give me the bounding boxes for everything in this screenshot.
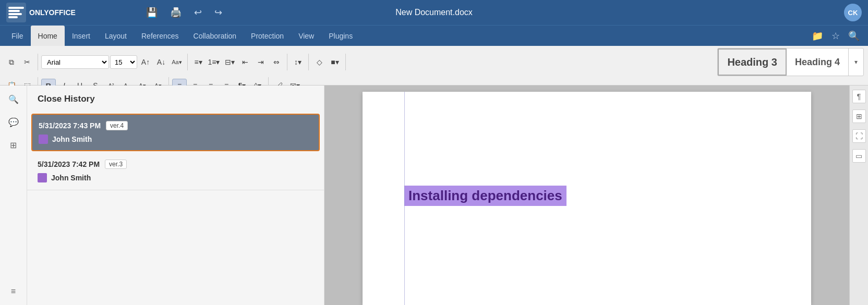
save-icon[interactable]: 💾 <box>146 7 158 18</box>
separator2 <box>187 54 188 70</box>
print-icon[interactable]: 🖨️ <box>170 7 182 18</box>
menu-item-protection[interactable]: Protection <box>244 26 291 46</box>
sidebar-comments-icon[interactable]: 💬 <box>6 115 21 129</box>
menu-item-insert[interactable]: Insert <box>65 26 98 46</box>
line-spacing-button[interactable]: ↕▾ <box>291 55 305 69</box>
doc-title: New Document.docx <box>395 8 473 17</box>
menu-item-layout[interactable]: Layout <box>98 26 134 46</box>
search-bar-icon[interactable]: 🔍 <box>848 30 860 42</box>
svg-rect-1 <box>8 7 24 9</box>
logo-area: ONLYOFFICE <box>6 3 90 22</box>
heading4-item[interactable]: Heading 4 <box>787 48 849 76</box>
svg-rect-0 <box>6 3 26 22</box>
history-entry-1-user: John Smith <box>38 173 314 182</box>
font-name-select[interactable]: Arial <box>41 55 109 69</box>
num-list-button[interactable]: 1≡▾ <box>207 55 221 69</box>
favorite-icon[interactable]: ☆ <box>831 30 840 42</box>
svg-rect-4 <box>8 16 18 18</box>
image-icon[interactable]: ⛶ <box>852 129 866 143</box>
main-area: 🔍 💬 ⊞ ≡ Close History 5/31/2023 7:43 PM … <box>0 86 868 305</box>
copy-button[interactable]: ⧉ <box>4 55 19 69</box>
separator3 <box>287 54 287 70</box>
outdent-button[interactable]: ⇤ <box>238 55 252 69</box>
menu-item-plugins[interactable]: Plugins <box>321 26 360 46</box>
cut-button[interactable]: ✂ <box>20 55 34 69</box>
menu-item-file[interactable]: File <box>4 26 31 46</box>
heading-panel: Heading 3 Heading 4 ▾ <box>717 48 864 76</box>
heading3-item[interactable]: Heading 3 <box>718 48 787 76</box>
right-sidebar: ¶ ⊞ ⛶ ▭ <box>849 86 868 305</box>
svg-rect-2 <box>8 10 20 12</box>
open-location-icon[interactable]: 📁 <box>812 30 823 42</box>
history-entry-0-version: ver.4 <box>106 121 128 130</box>
menu-right: 📁 ☆ 🔍 <box>812 26 864 46</box>
history-entry-0[interactable]: 5/31/2023 7:43 PM ver.4 John Smith <box>31 114 320 151</box>
indent-button[interactable]: ⇥ <box>254 55 268 69</box>
heading4-label: Heading 4 <box>795 57 840 68</box>
align-dist-button[interactable]: ⇔ <box>269 55 284 69</box>
clear-format-button[interactable]: ◇ <box>312 55 327 69</box>
user-color-dot-0 <box>39 135 48 144</box>
heading3-label: Heading 3 <box>727 56 777 68</box>
menu-item-collaboration[interactable]: Collaboration <box>186 26 244 46</box>
separator5 <box>345 54 346 70</box>
user-avatar[interactable]: CK <box>844 4 862 21</box>
heading-dropdown-button[interactable]: ▾ <box>849 48 863 76</box>
logo-text: ONLYOFFICE <box>29 8 76 17</box>
svg-rect-3 <box>8 13 22 15</box>
redo-icon[interactable]: ↪ <box>214 7 222 18</box>
undo-icon[interactable]: ↩ <box>194 7 202 18</box>
sidebar-search-icon[interactable]: 🔍 <box>6 92 21 106</box>
title-bar-icons: 💾 🖨️ ↩ ↪ <box>146 7 222 18</box>
history-entry-1[interactable]: 5/31/2023 7:42 PM ver.3 John Smith <box>27 152 324 190</box>
installing-text: Installing dependencies <box>404 186 566 206</box>
title-bar: ONLYOFFICE 💾 🖨️ ↩ ↪ New Document.docx CK <box>0 0 868 25</box>
left-sidebar: 🔍 💬 ⊞ ≡ <box>0 86 27 305</box>
history-entry-1-datetime: 5/31/2023 7:42 PM ver.3 <box>38 160 314 169</box>
toolbar: ⧉ ✂ Arial 15 A↑ A↓ Aa▾ ≡▾ 1≡▾ ⊟▾ ⇤ ⇥ ⇔ ↕… <box>0 46 868 86</box>
doc-page: Installing dependencies <box>363 92 811 305</box>
separator4 <box>308 54 309 70</box>
shading-button[interactable]: ■▾ <box>328 55 342 69</box>
history-panel: Close History 5/31/2023 7:43 PM ver.4 Jo… <box>27 86 324 305</box>
onlyoffice-logo <box>6 3 26 22</box>
menu-item-references[interactable]: References <box>134 26 186 46</box>
history-entry-0-datetime: 5/31/2023 7:43 PM ver.4 <box>39 121 312 130</box>
sidebar-table-icon[interactable]: ⊞ <box>6 138 21 152</box>
user-color-dot-1 <box>38 173 47 182</box>
history-entry-0-user: John Smith <box>39 135 312 144</box>
menu-item-home[interactable]: Home <box>31 26 65 46</box>
font-size-select[interactable]: 15 <box>110 55 137 69</box>
separator1 <box>38 54 38 70</box>
font-grow-button[interactable]: A↑ <box>138 55 153 69</box>
scroll-icon[interactable]: ▭ <box>852 149 866 163</box>
menu-item-view[interactable]: View <box>291 26 321 46</box>
multilevel-list-button[interactable]: ⊟▾ <box>222 55 237 69</box>
paragraph-marks-icon[interactable]: ¶ <box>852 90 866 103</box>
doc-vertical-line <box>404 92 405 305</box>
history-close-button[interactable]: Close History <box>27 86 324 113</box>
table-icon[interactable]: ⊞ <box>852 109 866 123</box>
toolbar-row1: ⧉ ✂ Arial 15 A↑ A↓ Aa▾ ≡▾ 1≡▾ ⊟▾ ⇤ ⇥ ⇔ ↕… <box>4 48 864 76</box>
font-shrink-button[interactable]: A↓ <box>154 55 168 69</box>
menu-bar: File Home Insert Layout References Colla… <box>0 25 868 46</box>
history-entry-1-version: ver.3 <box>105 160 127 169</box>
sidebar-menu-icon[interactable]: ≡ <box>6 284 21 299</box>
doc-area: Installing dependencies <box>324 86 849 305</box>
change-case-button[interactable]: Aa▾ <box>170 55 184 69</box>
bullet-list-button[interactable]: ≡▾ <box>191 55 206 69</box>
